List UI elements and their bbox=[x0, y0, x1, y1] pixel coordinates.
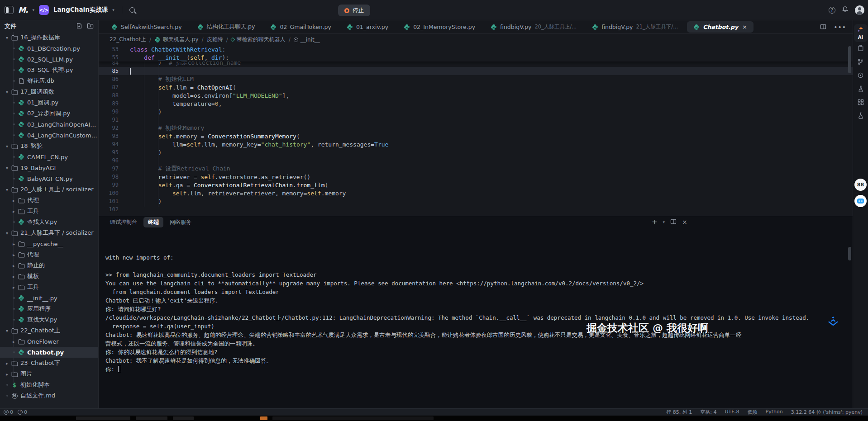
chevron-right-icon[interactable]: ▸ bbox=[10, 252, 17, 257]
chevron-right-icon[interactable]: ▸ bbox=[10, 209, 17, 214]
editor-tab[interactable]: Chatbot.py× bbox=[687, 21, 754, 33]
code-line[interactable]: 98 retriever = self.vectorstore.as_retri… bbox=[99, 173, 853, 181]
editor-tab[interactable]: 02_InMemoryStore.py bbox=[397, 21, 482, 33]
chevron-down-icon[interactable]: ▾ bbox=[4, 166, 10, 170]
file-tree-folder[interactable]: ▸图片 bbox=[0, 369, 98, 379]
editor-tab[interactable]: 02_GmailToken.py bbox=[264, 21, 338, 33]
file-tree-item[interactable]: 应用程序 bbox=[0, 303, 98, 314]
editor-tab[interactable]: SelfAskwithSearch.py bbox=[105, 21, 188, 33]
code-line[interactable]: 84 ) # 指定collection_name bbox=[99, 61, 853, 67]
file-tree-folder[interactable]: ▸工具 bbox=[0, 206, 98, 217]
chevron-down-icon[interactable]: ▾ bbox=[4, 187, 10, 192]
flask-icon[interactable] bbox=[858, 112, 864, 119]
status-item[interactable]: 3.12.2 64 位 ('shims': pyenv) bbox=[791, 409, 863, 416]
project-name[interactable]: LangChain实战课 bbox=[53, 6, 108, 14]
file-tree-item[interactable]: CAMEL_CN.py bbox=[0, 151, 98, 162]
close-icon[interactable]: × bbox=[742, 24, 747, 30]
status-item[interactable]: UTF-8 bbox=[725, 409, 739, 416]
file-tree-item[interactable]: 鲜花店.db bbox=[0, 76, 98, 86]
code-line[interactable]: 92 # 初始化Memory bbox=[99, 124, 853, 132]
file-tree-folder[interactable]: ▾19_BabyAGI bbox=[0, 162, 98, 173]
file-tree-folder[interactable]: ▾20_人脉工具上 / socializer bbox=[0, 184, 98, 195]
file-tree-folder[interactable]: ▸OneFlower bbox=[0, 336, 98, 347]
chevron-down-icon[interactable]: ▾ bbox=[112, 8, 114, 12]
chevron-down-icon[interactable]: ▾ bbox=[4, 231, 10, 236]
grid-icon[interactable] bbox=[858, 99, 864, 105]
terminal-dropdown-icon[interactable]: ▾ bbox=[663, 220, 665, 224]
breadcrumb-item[interactable]: 皮赖特 bbox=[207, 36, 223, 43]
file-tree-item[interactable]: $初始化脚本 bbox=[0, 379, 98, 390]
chevron-right-icon[interactable]: ▸ bbox=[10, 198, 17, 203]
file-tree-item[interactable]: 02_异步回调.py bbox=[0, 108, 98, 119]
terminal-scrollbar[interactable] bbox=[848, 247, 851, 260]
breadcrumb-item[interactable]: 聊天机器人.py bbox=[154, 36, 199, 43]
file-tree-folder[interactable]: ▾21_人脉工具下 / socializer bbox=[0, 227, 98, 238]
file-tree-item[interactable]: 03_LangChainOpenAICallback.... bbox=[0, 119, 98, 130]
breadcrumb-item[interactable]: 22_Chatbot上 bbox=[110, 36, 146, 43]
warnings-status[interactable]: ! 0 bbox=[18, 409, 27, 415]
code-line[interactable]: 101 ) bbox=[99, 197, 853, 205]
code-line[interactable]: 102 bbox=[99, 205, 853, 213]
chevron-right-icon[interactable]: ▸ bbox=[10, 339, 17, 344]
file-tree-folder[interactable]: ▾17_回调函数 bbox=[0, 86, 98, 97]
code-line[interactable]: 87 self.llm = ChatOpenAI( bbox=[99, 83, 853, 91]
file-tree-folder[interactable]: ▸静止的 bbox=[0, 260, 98, 271]
close-panel-icon[interactable]: × bbox=[682, 218, 687, 226]
watch-icon[interactable] bbox=[857, 72, 864, 79]
panel-tab[interactable]: 调试控制台 bbox=[105, 217, 142, 227]
code-line[interactable]: 86 # 初始化LLM bbox=[99, 75, 853, 83]
file-tree-folder[interactable]: ▸工具 bbox=[0, 282, 98, 293]
code-line[interactable]: 97 # 设置Retrieval Chain bbox=[99, 165, 853, 173]
chevron-right-icon[interactable]: ▸ bbox=[4, 361, 10, 366]
breadcrumb-item[interactable]: __init__ bbox=[294, 37, 320, 43]
assistant-avatar-badge[interactable] bbox=[854, 195, 867, 207]
code-line[interactable]: 91 bbox=[99, 116, 853, 124]
file-tree-item[interactable]: BabyAGI_CN.py bbox=[0, 173, 98, 184]
code-line[interactable]: 85 bbox=[99, 67, 853, 75]
code-line[interactable]: 100 self.llm, retriever=retriever, memor… bbox=[99, 189, 853, 197]
help-icon[interactable]: ? bbox=[829, 7, 835, 14]
file-tree-item[interactable]: Chatbot.py bbox=[0, 347, 98, 358]
chevron-down-icon[interactable]: ▾ bbox=[4, 328, 10, 333]
file-tree-item[interactable]: __init__.py bbox=[0, 293, 98, 303]
chevron-down-icon[interactable]: ▾ bbox=[4, 90, 10, 95]
avatar[interactable] bbox=[855, 5, 864, 15]
editor-tab[interactable]: findbigV.py21_人脉工具下/... bbox=[586, 21, 684, 33]
file-tree-folder[interactable]: ▾18_骆驼 bbox=[0, 141, 98, 151]
bell-icon[interactable] bbox=[842, 6, 849, 14]
file-tree-item[interactable]: 04_LangChainCustomCallback.... bbox=[0, 130, 98, 141]
status-item[interactable]: Python bbox=[766, 409, 783, 416]
new-file-icon[interactable] bbox=[76, 22, 82, 31]
code-line[interactable]: 99 self.qa = ConversationalRetrievalChai… bbox=[99, 181, 853, 189]
test-icon[interactable] bbox=[858, 85, 864, 92]
file-tree-item[interactable]: 02_SQL_LLM.py bbox=[0, 54, 98, 65]
code-line[interactable]: 90 ) bbox=[99, 108, 853, 116]
code-line[interactable]: 89 temperature=0, bbox=[99, 99, 853, 108]
chevron-right-icon[interactable]: ▸ bbox=[10, 274, 17, 279]
status-item[interactable]: 行 85, 列 1 bbox=[666, 409, 692, 416]
chevron-down-icon[interactable]: ▾ bbox=[4, 35, 10, 40]
more-actions-icon[interactable]: ••• bbox=[834, 24, 846, 31]
file-tree-item[interactable]: 01_回调.py bbox=[0, 97, 98, 108]
panel-tab[interactable]: 终端 bbox=[143, 217, 163, 227]
chevron-right-icon[interactable]: ▸ bbox=[10, 263, 17, 268]
code-line[interactable]: 93 self.memory = ConversationSummaryMemo… bbox=[99, 132, 853, 140]
panel-tab[interactable]: 网络服务 bbox=[165, 217, 196, 227]
count-badge[interactable]: 88 bbox=[854, 179, 867, 191]
new-terminal-icon[interactable]: + bbox=[652, 218, 658, 226]
errors-status[interactable]: × 0 bbox=[4, 409, 13, 415]
panel-icon[interactable] bbox=[858, 45, 864, 52]
file-tree-item[interactable]: 查找大V.py bbox=[0, 217, 98, 227]
git-branch-icon[interactable] bbox=[857, 58, 864, 65]
ai-assistant-button[interactable]: AI bbox=[854, 24, 868, 42]
code-line[interactable]: 94 llm=self.llm, memory_key="chat_histor… bbox=[99, 140, 853, 148]
file-tree-folder[interactable]: ▸__pycache__ bbox=[0, 238, 98, 249]
terminal-output[interactable]: with new imports of:>> from langchain_co… bbox=[99, 228, 853, 408]
file-tree-item[interactable]: M自述文件.md bbox=[0, 390, 98, 401]
code-editor[interactable]: 53class ChatbotWithRetrieval:55 def __in… bbox=[99, 45, 853, 216]
new-folder-icon[interactable] bbox=[87, 22, 94, 31]
status-item[interactable]: 空格: 4 bbox=[700, 409, 716, 416]
sidebar-toggle-icon[interactable] bbox=[5, 6, 14, 14]
split-editor-icon[interactable] bbox=[820, 23, 826, 31]
chevron-down-icon[interactable]: ▾ bbox=[4, 144, 10, 149]
